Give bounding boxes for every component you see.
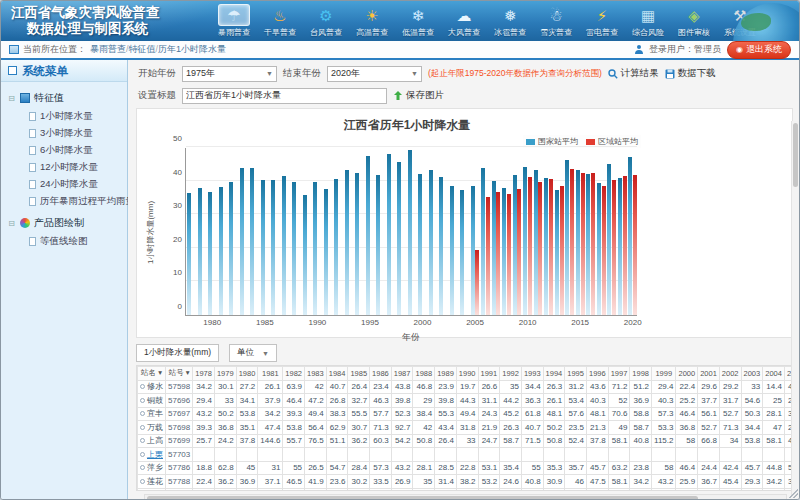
radio-icon[interactable] <box>140 398 145 403</box>
station-name-cell[interactable]: 宜春 <box>138 488 166 491</box>
table-year-header-2003[interactable]: 2003 <box>741 367 763 381</box>
table-year-header-2001[interactable]: 2001 <box>698 367 720 381</box>
tree-group-features[interactable]: ⊟特征值 <box>5 89 123 107</box>
station-name-cell[interactable]: 修水 <box>138 380 166 394</box>
nav-item-typhoon[interactable]: ⚙台风普查 <box>304 4 348 41</box>
station-name-cell[interactable]: 萍乡 <box>138 461 166 475</box>
unit-label: 单位 <box>237 347 254 359</box>
x-axis-label: 年份 <box>185 331 637 344</box>
nav-item-drought[interactable]: ♨干旱普查 <box>258 4 302 41</box>
value-cell: 28.4 <box>348 461 370 475</box>
radio-icon[interactable] <box>140 479 145 484</box>
nav-item-map-review[interactable]: ◈图件审核 <box>672 4 716 41</box>
value-cell: 29.4 <box>193 394 215 408</box>
nav-item-composite-risk[interactable]: ▦综合风险 <box>626 4 670 41</box>
window-resize-grip[interactable] <box>789 489 798 498</box>
table-year-header-1995[interactable]: 1995 <box>565 367 587 381</box>
download-button[interactable]: 数据下载 <box>665 67 716 80</box>
table-year-header-1993[interactable]: 1993 <box>521 367 543 381</box>
table-year-header-1994[interactable]: 1994 <box>543 367 565 381</box>
radio-icon[interactable] <box>140 452 145 457</box>
tree-item-1小时降水量[interactable]: 1小时降水量 <box>29 108 123 125</box>
table-year-header-1981[interactable]: 1981 <box>258 367 283 381</box>
radio-icon[interactable] <box>140 465 145 470</box>
table-col-station-header[interactable]: 站名 ▾ <box>138 367 166 381</box>
table-year-header-1985[interactable]: 1985 <box>348 367 370 381</box>
table-year-header-1987[interactable]: 1987 <box>391 367 413 381</box>
nav-item-rainstorm[interactable]: ☂暴雨普查 <box>212 4 256 41</box>
table-year-header-1980[interactable]: 1980 <box>236 367 258 381</box>
table-year-header-1992[interactable]: 1992 <box>500 367 522 381</box>
station-name-cell[interactable]: 上高 <box>138 434 166 448</box>
station-table-wrap[interactable]: 站名 ▾站号 ▾19781979198019811982198319841985… <box>136 365 793 491</box>
value-cell: 53.4 <box>565 394 587 408</box>
tree-group-products[interactable]: ⊟产品图绘制 <box>5 214 123 232</box>
chart-title-input[interactable] <box>182 88 387 104</box>
tree-item-6小时降水量[interactable]: 6小时降水量 <box>29 142 123 159</box>
table-year-header-1989[interactable]: 1989 <box>435 367 457 381</box>
table-year-header-1991[interactable]: 1991 <box>478 367 500 381</box>
calculate-button[interactable]: 计算结果 <box>608 67 659 80</box>
value-cell: 24.2 <box>214 434 236 448</box>
save-image-button[interactable]: 保存图片 <box>393 89 444 102</box>
breadcrumb-item[interactable]: 特征值 <box>129 44 156 54</box>
logout-button[interactable]: ◉ 退出系统 <box>727 41 791 59</box>
horizontal-scrollbar[interactable] <box>144 494 787 499</box>
tree-item-3小时降水量[interactable]: 3小时降水量 <box>29 125 123 142</box>
title-toolbar: 设置标题 保存图片 <box>128 82 799 104</box>
table-year-header-2002[interactable]: 2002 <box>719 367 741 381</box>
table-year-header-1984[interactable]: 1984 <box>326 367 348 381</box>
hail-icon: ❅ <box>494 4 526 26</box>
tree-item-等值线绘图[interactable]: 等值线绘图 <box>29 233 123 250</box>
table-year-header-1988[interactable]: 1988 <box>413 367 435 381</box>
station-name-cell[interactable]: 万载 <box>138 421 166 435</box>
radio-icon[interactable] <box>140 438 145 443</box>
nav-item-lightning[interactable]: ⚡雷电普查 <box>580 4 624 41</box>
nav-item-hail[interactable]: ❅冰雹普查 <box>488 4 532 41</box>
station-name-cell[interactable]: 铜鼓 <box>138 394 166 408</box>
document-icon <box>29 163 36 172</box>
nav-item-high-temperature[interactable]: ☀高温普查 <box>350 4 394 41</box>
table-year-header-2000[interactable]: 2000 <box>676 367 698 381</box>
table-year-header-1998[interactable]: 1998 <box>630 367 652 381</box>
tree-item-历年暴雨过程平均雨量[interactable]: 历年暴雨过程平均雨量 <box>29 193 123 210</box>
table-year-header-1982[interactable]: 1982 <box>283 367 305 381</box>
low-temperature-icon: ❄ <box>402 4 434 26</box>
radio-icon[interactable] <box>140 411 145 416</box>
unit-select[interactable]: 单位 ▼ <box>229 344 277 362</box>
horizontal-scrollbar-thumb[interactable] <box>147 496 698 499</box>
nav-item-gale[interactable]: ☁大风普查 <box>442 4 486 41</box>
start-year-select[interactable]: 1975年 ▼ <box>182 66 277 82</box>
station-name-cell[interactable]: 上栗 <box>138 448 166 462</box>
table-year-header-1986[interactable]: 1986 <box>370 367 392 381</box>
vertical-scrollbar-thumb[interactable] <box>793 123 798 187</box>
nav-item-label: 冰雹普查 <box>494 27 526 38</box>
table-year-header-1990[interactable]: 1990 <box>456 367 478 381</box>
station-name-cell[interactable]: 宜丰 <box>138 407 166 421</box>
radio-icon[interactable] <box>140 384 145 389</box>
expander-icon[interactable]: ⊟ <box>7 94 16 103</box>
table-year-header-1999[interactable]: 1999 <box>652 367 676 381</box>
table-year-header-1996[interactable]: 1996 <box>586 367 608 381</box>
nav-item-low-temperature[interactable]: ❄低温普查 <box>396 4 440 41</box>
breadcrumb-item[interactable]: 暴雨普查 <box>90 44 126 54</box>
table-year-header-1979[interactable]: 1979 <box>214 367 236 381</box>
table-col-id-header[interactable]: 站号 ▾ <box>166 367 193 381</box>
table-year-header-1983[interactable]: 1983 <box>305 367 327 381</box>
end-year-select[interactable]: 2020年 ▼ <box>327 66 422 82</box>
tree-item-12小时降水量[interactable]: 12小时降水量 <box>29 159 123 176</box>
breadcrumb-item[interactable]: 历年1小时降水量 <box>158 44 226 54</box>
table-year-header-1978[interactable]: 1978 <box>193 367 215 381</box>
tree-item-24小时降水量[interactable]: 24小时降水量 <box>29 176 123 193</box>
nav-item-snow-disaster[interactable]: ☃雪灾普查 <box>534 4 578 41</box>
value-cell: 42.8 <box>348 488 370 491</box>
radio-icon[interactable] <box>140 425 145 430</box>
x-tick-label: 1980 <box>203 318 221 327</box>
station-name-cell[interactable]: 莲花 <box>138 475 166 489</box>
table-year-header-1997[interactable]: 1997 <box>608 367 630 381</box>
expander-icon[interactable]: ⊟ <box>7 219 16 228</box>
table-year-header-2004[interactable]: 2004 <box>763 367 785 381</box>
table-tab-1h-precip[interactable]: 1小时降水量(mm) <box>136 344 219 362</box>
vertical-scrollbar[interactable] <box>791 121 799 495</box>
value-cell: 46 <box>565 475 587 489</box>
